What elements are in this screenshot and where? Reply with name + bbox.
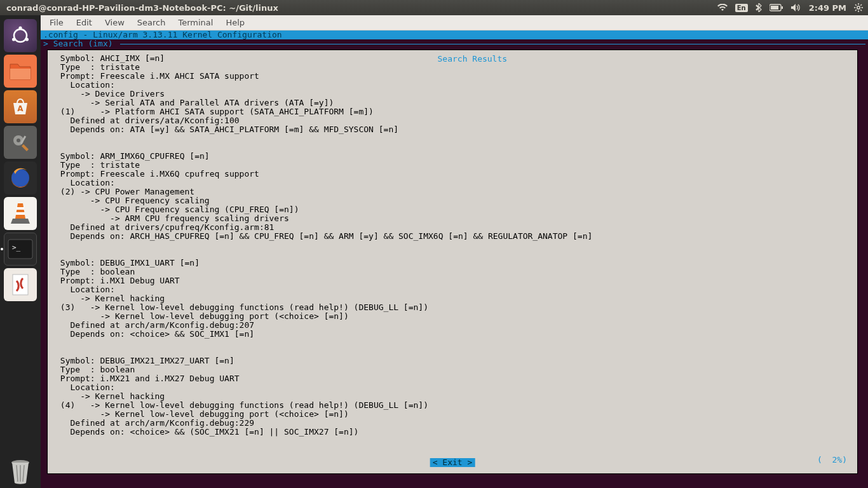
window-title: conrad@conrad-HP-Pavilion-dm3-Notebook-P… <box>0 3 717 13</box>
unity-launcher: A >_ <box>0 15 41 488</box>
menu-view[interactable]: View <box>100 17 130 29</box>
menuconfig-title: .config - Linux/arm 3.13.11 Kernel Confi… <box>43 30 282 39</box>
system-indicators: En 2:49 PM <box>717 3 868 13</box>
results-body[interactable]: Symbol: AHCI_IMX [=n] Type : tristate Pr… <box>55 54 850 454</box>
terminal-window: File Edit View Search Terminal Help .con… <box>41 15 868 488</box>
menu-edit[interactable]: Edit <box>71 17 97 29</box>
keyboard-lang-indicator[interactable]: En <box>735 4 748 12</box>
svg-line-10 <box>855 10 857 11</box>
svg-point-12 <box>14 29 27 42</box>
svg-point-14 <box>12 37 15 41</box>
menu-help[interactable]: Help <box>220 17 250 29</box>
exit-button[interactable]: < Exit > <box>430 458 475 467</box>
svg-line-9 <box>860 10 862 11</box>
clock[interactable]: 2:49 PM <box>809 3 846 13</box>
svg-point-3 <box>857 6 860 9</box>
scroll-percent: ( 2%) <box>817 456 847 464</box>
svg-line-11 <box>860 4 862 6</box>
svg-text:>_: >_ <box>12 243 21 252</box>
terminal-viewport[interactable]: .config - Linux/arm 3.13.11 Kernel Confi… <box>41 30 868 488</box>
svg-point-15 <box>25 37 29 41</box>
menu-file[interactable]: File <box>44 17 69 29</box>
menu-terminal[interactable]: Terminal <box>173 17 218 29</box>
menu-search[interactable]: Search <box>132 17 171 29</box>
terminal-menubar: File Edit View Search Terminal Help <box>41 15 868 30</box>
firefox-tile[interactable] <box>4 161 37 194</box>
gear-icon[interactable] <box>854 3 863 12</box>
divider-line <box>120 44 865 44</box>
svg-line-8 <box>855 4 857 6</box>
vlc-tile[interactable] <box>4 197 37 230</box>
bluetooth-icon[interactable] <box>756 3 762 12</box>
system-settings-tile[interactable] <box>4 126 37 159</box>
svg-rect-2 <box>782 6 783 9</box>
battery-icon[interactable] <box>770 4 783 11</box>
svg-text:A: A <box>17 104 24 113</box>
dash-home-tile[interactable] <box>4 19 37 52</box>
system-top-panel: conrad@conrad-HP-Pavilion-dm3-Notebook-P… <box>0 0 868 15</box>
software-center-tile[interactable]: A <box>4 90 37 123</box>
svg-rect-1 <box>771 6 778 10</box>
svg-rect-16 <box>10 69 31 79</box>
volume-icon[interactable] <box>791 3 801 12</box>
svg-point-13 <box>18 26 22 29</box>
svg-rect-22 <box>17 207 24 210</box>
document-viewer-tile[interactable] <box>4 268 37 301</box>
running-pip-icon <box>1 248 3 250</box>
menuconfig-title-bar: .config - Linux/arm 3.13.11 Kernel Confi… <box>41 30 868 39</box>
svg-point-19 <box>17 139 20 142</box>
svg-rect-23 <box>16 212 25 215</box>
search-results-box: Search Results Symbol: AHCI_IMX [=n] Typ… <box>47 50 858 474</box>
trash-tile[interactable] <box>4 455 37 488</box>
wifi-icon[interactable] <box>717 4 728 11</box>
terminal-tile[interactable]: >_ <box>4 233 37 266</box>
files-tile[interactable] <box>4 55 37 88</box>
